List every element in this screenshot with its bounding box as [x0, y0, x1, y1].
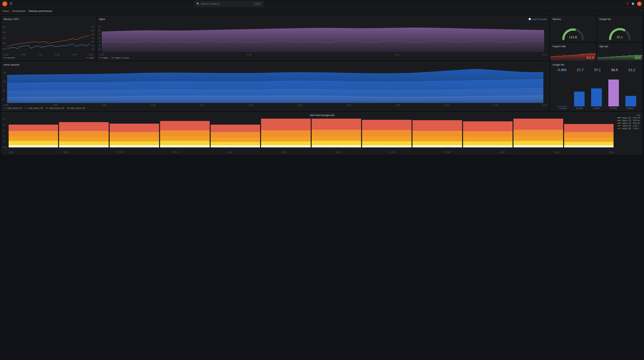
legend-memory: memory — [4, 56, 15, 59]
memory-gauge-svg: 114 B — [560, 23, 586, 40]
search-shortcut: cmd+k — [254, 2, 262, 5]
bar-c-rect — [591, 88, 602, 106]
server-requests-svg — [2, 67, 549, 103]
logins-y-labels: 70 60 50 40 30 20 10 — [98, 26, 100, 50]
svg-point-1 — [4, 3, 5, 4]
bar1-upper90 — [8, 131, 58, 136]
google-hits-xlabels: A-series B-series C-series D-series E-se… — [551, 106, 642, 110]
search-bar[interactable]: 🔍 Search or jump to... cmd+k — [194, 1, 264, 6]
stacked-bar-10 — [463, 118, 512, 148]
home-link[interactable]: Home — [2, 10, 9, 12]
google-hits-bar-title: Google hits — [551, 62, 642, 67]
legend-logins: logins — [99, 56, 108, 59]
y-labels-right: 6% 5% 4% 3% 2% 1% 0% — [92, 26, 94, 50]
stacked-bar-5 — [211, 118, 260, 148]
memory-cpu-panel: Memory / CPU 8 B 6 B 4 B 2 B 0 B 6% 5% 4… — [2, 16, 96, 60]
cpu-legend-dot — [86, 58, 89, 58]
svg-text:114 B: 114 B — [569, 36, 577, 39]
memory-cpu-chart: 8 B 6 B 4 B 2 B 0 B 6% 5% 4% 3% 2% 1% 0% — [2, 21, 95, 54]
gh-label-c: C-series — [593, 107, 600, 109]
logins-legend: logins logins (-1 hour) — [97, 56, 549, 60]
stacked-bar-9 — [412, 118, 462, 148]
bar-e — [623, 74, 638, 106]
bar-c — [589, 74, 604, 106]
logins-1h-dot — [111, 58, 114, 58]
memory-gauge-container: 114 B — [551, 21, 596, 42]
upper50-dot — [617, 120, 621, 120]
bar-a — [554, 74, 570, 106]
client-chart-area: 5 s 4 s 3 s 2 s 1 s 0 ms — [2, 117, 642, 151]
row-3: client side full page load avg upper_25 … — [2, 112, 642, 154]
breadcrumb-sep1: › — [10, 10, 11, 12]
gh-val-c: 37.1 — [594, 68, 601, 72]
gh-label-d: D-series — [610, 107, 617, 109]
avatar[interactable]: A — [637, 2, 642, 6]
bar-e-rect — [626, 96, 636, 106]
news-icon[interactable]: 📡 — [632, 2, 634, 5]
bar-b-rect — [574, 92, 585, 106]
sparkline-row: Support calls 84.9 — [550, 43, 642, 61]
memory-gauge-panel: Memory 114 B — [550, 16, 596, 42]
legend-srv3: web_server_03 — [46, 107, 64, 109]
google-hits-bars-container — [551, 72, 642, 106]
google-hits-gauge-svg: 57.1 — [606, 23, 633, 40]
logins-time-badge: 🕐 Last 20 minutes — [528, 18, 547, 20]
stacked-bar-11 — [514, 118, 563, 148]
memory-cpu-legend: memory cpu — [2, 56, 95, 60]
stacked-bar-2 — [59, 118, 108, 148]
stacked-bar-6 — [261, 118, 310, 148]
row-1: Memory / CPU 8 B 6 B 4 B 2 B 0 B 6% 5% 4… — [2, 16, 642, 60]
upper25-dot — [617, 118, 621, 118]
dashboard: Memory / CPU 8 B 6 B 4 B 2 B 0 B 6% 5% 4… — [0, 14, 644, 156]
logins-chart: 70 60 50 40 30 20 10 — [97, 21, 549, 54]
gh-label-e: E-series — [626, 107, 634, 109]
legend-upper90: upper_90 1.04 s — [617, 124, 640, 127]
bar-d — [606, 74, 622, 106]
support-calls-title: Support calls — [551, 44, 596, 48]
legend-srv1: web_server_01 — [4, 107, 22, 109]
legend-srv4: web_server_04 — [67, 107, 85, 109]
avg-label: avg — [617, 114, 640, 116]
server-requests-title: server requests — [2, 62, 549, 67]
sign-ups-chart: 283 — [598, 48, 642, 61]
client-page-load-panel: client side full page load avg upper_25 … — [2, 112, 642, 154]
nav-right: ❓ 📡 A — [626, 2, 642, 6]
right-gauge-col: Memory 114 B Google hits — [550, 16, 642, 60]
upper95-dot — [617, 128, 621, 129]
support-calls-chart: 84.9 — [551, 48, 596, 61]
legend-logins-minus1: logins (-1 hour) — [111, 56, 129, 59]
server-legend: web_server_01 web_server_02 web_server_0… — [2, 106, 549, 110]
gh-val-b: 27.7 — [577, 68, 584, 72]
gh-label-b: B-series — [576, 107, 583, 109]
memory-gauge-title: Memory — [551, 16, 596, 21]
sign-ups-title: Sign ups — [598, 44, 642, 48]
gh-label-a: A-series — [559, 107, 566, 109]
memory-cpu-svg — [2, 21, 95, 52]
sign-ups-value: 283 — [634, 56, 641, 60]
y-labels-left: 8 B 6 B 4 B 2 B 0 B — [3, 26, 6, 50]
logins-title: logins — [97, 16, 549, 21]
breadcrumb: Home › Dashboards › Website performance … — [0, 8, 644, 14]
google-hits-gauge-title: Google hits — [598, 16, 642, 21]
server-requests-chart: 150 100 50 0 — [2, 67, 549, 104]
help-icon[interactable]: ❓ — [626, 2, 629, 5]
support-calls-value: 84.9 — [586, 56, 594, 60]
memory-cpu-title: Memory / CPU — [2, 16, 95, 21]
upper75-dot — [617, 123, 621, 123]
collapse-button[interactable]: ⌃ — [640, 10, 642, 12]
bar1-upper50 — [8, 141, 58, 145]
stacked-bar-1 — [8, 118, 58, 148]
menu-icon[interactable]: ☰ — [10, 2, 12, 6]
google-hits-bar-panel: Google hits 0.400 27.7 37.1 66.5 21.2 — [550, 62, 642, 110]
gh-val-d: 66.5 — [611, 68, 618, 72]
stacked-bar-7 — [312, 118, 361, 148]
grafana-logo[interactable] — [2, 1, 7, 6]
dashboards-link[interactable]: Dashboards — [12, 10, 26, 12]
bar1-upper95 — [8, 124, 58, 131]
stacked-bar-3 — [110, 118, 159, 148]
sign-ups-panel: Sign ups 283 — [597, 43, 642, 61]
memory-legend-label: memory — [7, 56, 15, 59]
legend-upper95: upper_95 1.46 s — [617, 127, 640, 130]
server-requests-panel: server requests 150 100 50 0 — [2, 62, 549, 110]
memory-legend-dot — [4, 58, 6, 58]
